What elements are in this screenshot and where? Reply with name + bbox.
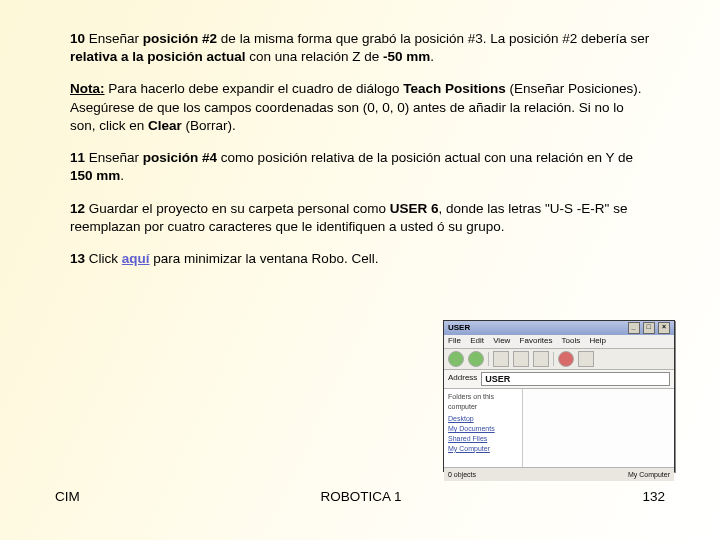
window-body: Folders on this computer Desktop My Docu… <box>444 389 674 467</box>
side-link[interactable]: Shared Files <box>448 434 518 444</box>
step-10: 10 Enseñar posición #2 de la misma forma… <box>70 30 650 66</box>
status-bar: 0 objects My Computer <box>444 467 674 481</box>
slide-body: 10 Enseñar posición #2 de la misma forma… <box>0 0 720 268</box>
slide-footer: CIM ROBOTICA 1 132 <box>0 488 720 506</box>
step-num: 11 <box>70 150 85 165</box>
step-num: 13 <box>70 251 85 266</box>
side-link[interactable]: My Documents <box>448 424 518 434</box>
search-icon[interactable] <box>513 351 529 367</box>
footer-right: 132 <box>642 488 665 506</box>
up-icon[interactable] <box>493 351 509 367</box>
separator <box>488 352 489 366</box>
window-toolbar <box>444 349 674 370</box>
step-11: 11 Enseñar posición #4 como posición rel… <box>70 149 650 185</box>
menu-item[interactable]: Tools <box>562 336 581 345</box>
close-icon[interactable]: × <box>658 322 670 334</box>
window-menubar: File Edit View Favorites Tools Help <box>444 335 674 349</box>
menu-item[interactable]: Edit <box>470 336 484 345</box>
footer-left: CIM <box>55 488 80 506</box>
step-num: 12 <box>70 201 85 216</box>
step-13: 13 Click aquí para minimizar la ventana … <box>70 250 650 268</box>
maximize-icon[interactable]: □ <box>643 322 655 334</box>
views-icon[interactable] <box>578 351 594 367</box>
separator <box>553 352 554 366</box>
note-lead: Nota: <box>70 81 105 96</box>
aqui-link[interactable]: aquí <box>122 251 150 266</box>
step-num: 10 <box>70 31 85 46</box>
side-link[interactable]: My Computer <box>448 444 518 454</box>
address-bar: Address USER <box>444 370 674 389</box>
window-title: USER <box>448 323 470 334</box>
menu-item[interactable]: File <box>448 336 461 345</box>
minimize-icon[interactable]: _ <box>628 322 640 334</box>
footer-center: ROBOTICA 1 <box>321 488 402 506</box>
folder-view[interactable] <box>523 389 674 467</box>
embedded-window: USER _ □ × File Edit View Favorites Tool… <box>443 320 675 472</box>
menu-item[interactable]: Help <box>590 336 606 345</box>
side-panel: Folders on this computer Desktop My Docu… <box>444 389 523 467</box>
folders-icon[interactable] <box>533 351 549 367</box>
note: Nota: Para hacerlo debe expandir el cuad… <box>70 80 650 135</box>
step-12: 12 Guardar el proyecto en su carpeta per… <box>70 200 650 236</box>
side-header: Folders on this computer <box>448 392 518 412</box>
address-label: Address <box>448 373 477 384</box>
menu-item[interactable]: View <box>493 336 510 345</box>
forward-icon[interactable] <box>468 351 484 367</box>
stop-icon[interactable] <box>558 351 574 367</box>
back-icon[interactable] <box>448 351 464 367</box>
address-input[interactable]: USER <box>481 372 670 386</box>
menu-item[interactable]: Favorites <box>520 336 553 345</box>
window-buttons: _ □ × <box>627 322 670 334</box>
side-link[interactable]: Desktop <box>448 414 518 424</box>
window-titlebar: USER _ □ × <box>444 321 674 335</box>
